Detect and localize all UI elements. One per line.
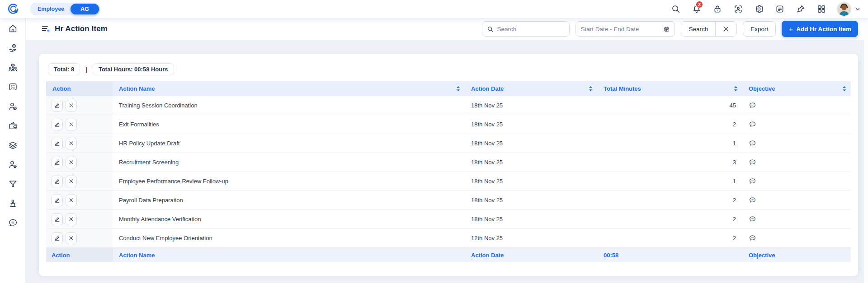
search-button[interactable]: Search <box>681 22 715 36</box>
chevron-down-icon[interactable] <box>854 6 861 12</box>
sidebar-item-employee[interactable] <box>7 159 18 170</box>
delete-button[interactable] <box>66 232 77 244</box>
row-action-cell <box>46 153 113 172</box>
column-header-action-name-label: Action Name <box>119 85 155 92</box>
column-header-action-label: Action <box>52 85 71 92</box>
pencil-icon <box>54 235 60 241</box>
close-icon <box>68 159 74 165</box>
clear-search-button[interactable] <box>716 22 736 36</box>
hr-action-item-card: Total: 8 | Total Hours: 00:58 Hours Acti… <box>39 54 858 276</box>
checklist-icon <box>8 82 18 92</box>
edit-button[interactable] <box>52 176 63 187</box>
page-title-text: Hr Action Item <box>55 24 108 33</box>
row-action-cell <box>46 96 113 115</box>
action-date-cell: 18th Nov 25 <box>465 115 597 134</box>
sort-icon[interactable] <box>456 86 460 92</box>
sidebar-item-payroll[interactable] <box>7 43 18 53</box>
edit-button[interactable] <box>52 232 63 244</box>
action-date-cell: 18th Nov 25 <box>465 96 597 115</box>
objective-cell <box>742 229 851 247</box>
comment-icon[interactable] <box>749 139 756 147</box>
apps-grid-icon[interactable] <box>816 4 826 14</box>
toggle-employee[interactable]: Employee <box>31 6 71 12</box>
role-toggle: Employee AG <box>30 3 100 15</box>
pencil-icon <box>54 140 60 146</box>
search-icon[interactable] <box>671 4 681 14</box>
app-logo[interactable] <box>0 3 26 15</box>
row-action-cell <box>46 191 113 209</box>
close-icon <box>68 216 74 222</box>
edit-button[interactable] <box>52 100 63 111</box>
lock-icon[interactable] <box>712 4 722 14</box>
settings-gear-icon[interactable] <box>754 4 764 14</box>
page-title: Hr Action Item <box>41 24 108 33</box>
funnel-icon <box>8 179 18 189</box>
close-icon <box>68 197 74 203</box>
face-scan-icon[interactable] <box>733 4 743 14</box>
delete-button[interactable] <box>66 213 77 225</box>
search-field[interactable] <box>482 21 570 37</box>
sidebar-item-meetings[interactable] <box>7 62 18 73</box>
notifications-bell-icon[interactable]: 3 <box>692 4 702 14</box>
edit-button[interactable] <box>52 195 63 206</box>
sidebar-item-home[interactable] <box>7 23 18 34</box>
pin-icon[interactable] <box>796 4 806 14</box>
user-menu[interactable] <box>837 2 861 16</box>
action-date-cell: 18th Nov 25 <box>465 153 597 172</box>
sidebar-item-presenter[interactable] <box>7 198 18 209</box>
table-row: Exit Formalities 18th Nov 25 2 <box>46 115 851 134</box>
delete-button[interactable] <box>66 138 77 149</box>
export-button[interactable]: Export <box>743 21 776 37</box>
toolbar-controls: Search Export + Add Hr Action Item <box>482 21 858 37</box>
edit-button[interactable] <box>52 157 63 168</box>
edit-button[interactable] <box>52 119 63 130</box>
footer-total-minutes-cell: 00:58 <box>597 248 742 262</box>
comment-icon[interactable] <box>749 196 756 204</box>
column-header-total-minutes[interactable]: Total Minutes <box>597 81 742 96</box>
table-row: Monthly Attendance Verification 18th Nov… <box>46 210 851 229</box>
search-input[interactable] <box>497 26 565 32</box>
delete-button[interactable] <box>66 157 77 168</box>
toggle-ag[interactable]: AG <box>71 4 99 14</box>
delete-button[interactable] <box>66 119 77 130</box>
notes-icon[interactable] <box>775 4 785 14</box>
close-icon <box>68 102 74 108</box>
sidebar-item-filter[interactable] <box>7 179 18 189</box>
comment-icon[interactable] <box>749 234 756 242</box>
sort-icon[interactable] <box>589 86 593 92</box>
page-scrollbar[interactable] <box>864 18 868 283</box>
close-icon <box>68 235 74 241</box>
sort-icon[interactable] <box>842 86 846 92</box>
column-header-action-name[interactable]: Action Name <box>113 81 465 96</box>
comment-icon[interactable] <box>749 158 756 166</box>
column-header-objective[interactable]: Objective <box>742 81 851 96</box>
comment-icon[interactable] <box>749 121 756 128</box>
date-range-field[interactable] <box>576 21 675 37</box>
comment-icon[interactable] <box>749 215 756 223</box>
user-avatar[interactable] <box>837 2 851 16</box>
delete-button[interactable] <box>66 176 77 187</box>
column-header-action-date[interactable]: Action Date <box>465 81 597 96</box>
comment-icon[interactable] <box>749 102 756 109</box>
action-name-cell: Conduct New Employee Orientation <box>113 229 465 247</box>
chat-bubble-icon <box>8 218 18 228</box>
sidebar-item-layers[interactable] <box>7 140 18 150</box>
date-range-input[interactable] <box>580 26 660 32</box>
sidebar-item-attendance[interactable] <box>7 101 18 111</box>
delete-button[interactable] <box>66 100 77 111</box>
list-plus-icon <box>41 24 51 33</box>
comment-icon[interactable] <box>749 177 756 185</box>
top-bar: Employee AG 3 <box>0 0 868 18</box>
calendar-icon[interactable] <box>663 26 670 32</box>
objective-cell <box>742 153 851 172</box>
sidebar-item-tasks[interactable] <box>7 82 18 92</box>
add-hr-action-item-button[interactable]: + Add Hr Action Item <box>782 21 858 37</box>
sidebar-item-wallet[interactable] <box>7 121 18 131</box>
sidebar-item-chat[interactable] <box>7 218 18 228</box>
sort-icon[interactable] <box>734 86 738 92</box>
person-check-icon <box>8 101 18 111</box>
edit-button[interactable] <box>52 138 63 149</box>
close-icon <box>68 121 74 127</box>
edit-button[interactable] <box>52 213 63 225</box>
delete-button[interactable] <box>66 195 77 206</box>
